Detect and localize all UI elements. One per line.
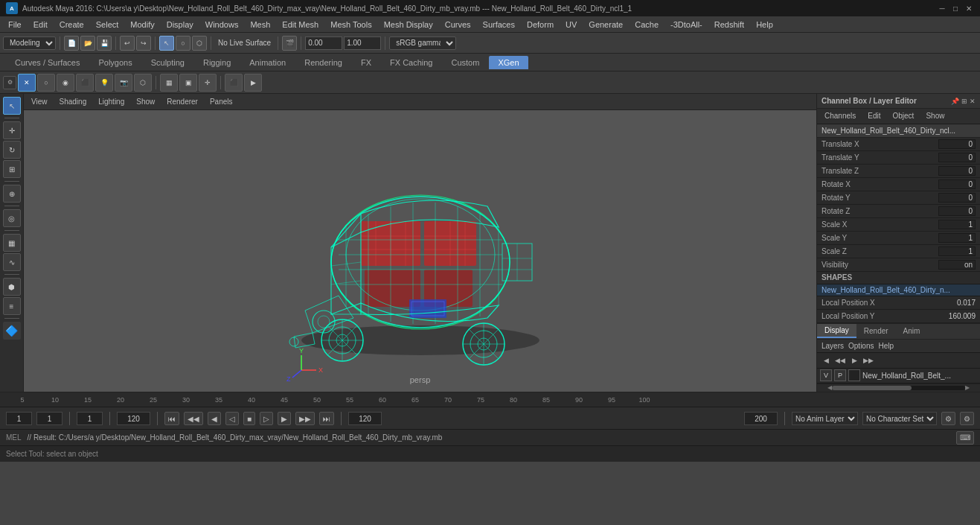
char-set-dropdown[interactable]: No Character Set — [862, 412, 937, 425]
layer-move-button[interactable]: ▶ — [848, 354, 860, 366]
menu-item-edit[interactable]: Edit — [28, 19, 53, 31]
viewport-canvas[interactable]: X Y Z persp — [24, 110, 816, 392]
layer-visibility-button[interactable]: V — [820, 369, 832, 381]
layer-option-button[interactable]: ◀◀ — [834, 354, 846, 366]
start-frame-input[interactable] — [6, 412, 32, 425]
workflow-tab-fx[interactable]: FX — [352, 56, 380, 69]
layer-btn[interactable]: ≡ — [3, 297, 21, 315]
prev-key-button[interactable]: ◀ — [208, 412, 221, 425]
layer-playback-button[interactable]: P — [834, 369, 846, 381]
scrollbar-thumb[interactable] — [832, 386, 912, 390]
new-layer-button[interactable]: ◀ — [820, 354, 832, 366]
resolution-button[interactable]: ⬛ — [225, 74, 243, 92]
shading-menu[interactable]: Shading — [57, 97, 90, 106]
menu-item-display[interactable]: Display — [161, 19, 199, 31]
menu-item-deform[interactable]: Deform — [522, 19, 559, 31]
menu-item-generate[interactable]: Generate — [583, 19, 628, 31]
char-set-options[interactable]: ⚙ — [941, 412, 955, 425]
menu-item-modify[interactable]: Modify — [125, 19, 159, 31]
object-button[interactable]: Object — [890, 111, 917, 121]
lighting-menu[interactable]: Lighting — [95, 97, 127, 106]
channel-value[interactable]: 0 — [938, 139, 976, 149]
menu-item-redshift[interactable]: Redshift — [709, 19, 749, 31]
workflow-tab-curves---surfaces[interactable]: Curves / Surfaces — [6, 56, 89, 69]
playback-end-input[interactable] — [348, 412, 382, 425]
channel-value[interactable]: 0 — [938, 179, 976, 189]
menu-item-help[interactable]: Help — [751, 19, 778, 31]
menu-item-curves[interactable]: Curves — [440, 19, 476, 31]
universal-manip[interactable]: ⊕ — [3, 185, 21, 203]
channel-value[interactable]: 1 — [938, 233, 976, 243]
navigate-btn[interactable]: 🔷 — [3, 322, 21, 340]
scrollbar-track[interactable] — [832, 386, 965, 390]
frame-input[interactable] — [77, 412, 103, 425]
layer-delete-button[interactable]: ▶▶ — [862, 354, 874, 366]
isolate-button[interactable]: ⬡ — [134, 74, 152, 92]
menu-item-mesh[interactable]: Mesh — [245, 19, 275, 31]
menu-item-surfaces[interactable]: Surfaces — [478, 19, 520, 31]
maximize-button[interactable]: □ — [950, 3, 961, 13]
snap-curve[interactable]: ∿ — [3, 253, 21, 271]
menu-item-create[interactable]: Create — [54, 19, 89, 31]
workflow-tab-xgen[interactable]: XGen — [489, 56, 528, 69]
light-button[interactable]: 💡 — [95, 74, 113, 92]
workflow-tab-polygons[interactable]: Polygons — [89, 56, 141, 69]
panel-expand-button[interactable]: ⊞ — [961, 98, 967, 105]
save-file-button[interactable]: 💾 — [97, 36, 112, 51]
script-editor-button[interactable]: ⌨ — [956, 431, 974, 445]
channel-value[interactable]: 1 — [938, 246, 976, 256]
translate-x-input[interactable] — [305, 36, 342, 50]
camera-button[interactable]: 📷 — [115, 74, 132, 92]
shaded-button[interactable]: ◉ — [57, 74, 74, 92]
anim-options[interactable]: ⚙ — [960, 412, 974, 425]
settings-button[interactable]: ⚙ — [3, 76, 16, 89]
snap-grid[interactable]: ▦ — [3, 234, 21, 252]
minimize-button[interactable]: ─ — [937, 3, 947, 13]
workflow-tab-rendering[interactable]: Rendering — [295, 56, 351, 69]
dra-tab-render[interactable]: Render — [856, 325, 896, 337]
channel-value[interactable]: 1 — [938, 220, 976, 229]
show-button[interactable]: Show — [923, 111, 947, 121]
open-file-button[interactable]: 📂 — [80, 36, 95, 51]
play-back-button[interactable]: ◁ — [225, 412, 239, 425]
dra-tab-display[interactable]: Display — [817, 324, 856, 338]
prev-frame-button[interactable]: ◀◀ — [184, 412, 203, 425]
view-menu[interactable]: View — [28, 97, 51, 106]
move-tool[interactable]: ✛ — [3, 121, 21, 139]
panel-close-button[interactable]: ✕ — [970, 98, 976, 105]
channel-value[interactable]: 0 — [938, 193, 976, 203]
next-frame-button[interactable]: ▶▶ — [295, 412, 315, 425]
play-forward-button[interactable]: ▷ — [260, 412, 273, 425]
origin-button[interactable]: ✛ — [199, 74, 217, 92]
scale-tool[interactable]: ⊞ — [3, 160, 21, 178]
rotate-tool[interactable]: ↻ — [3, 141, 21, 159]
paint-select-button[interactable]: ⬡ — [192, 36, 207, 51]
select-tool[interactable]: ↖ — [3, 97, 21, 115]
current-frame-input[interactable] — [36, 412, 63, 425]
new-file-button[interactable]: 📄 — [64, 36, 79, 51]
redo-button[interactable]: ↪ — [136, 36, 151, 51]
panel-pin-button[interactable]: 📌 — [951, 98, 959, 105]
workflow-tab-animation[interactable]: Animation — [240, 56, 295, 69]
render-button[interactable]: 🎬 — [282, 36, 297, 51]
last-frame-button[interactable]: ⏭ — [319, 412, 334, 425]
wireframe-button[interactable]: ○ — [37, 74, 55, 92]
stop-button[interactable]: ■ — [243, 412, 255, 425]
workflow-tab-sculpting[interactable]: Sculpting — [142, 56, 193, 69]
channel-value[interactable]: 0 — [938, 206, 976, 216]
channel-value[interactable]: on — [938, 260, 976, 270]
first-frame-button[interactable]: ⏮ — [164, 412, 179, 425]
options-button[interactable]: Options — [848, 342, 874, 350]
undo-button[interactable]: ↩ — [120, 36, 135, 51]
translate-y-input[interactable] — [344, 36, 381, 50]
edit-button[interactable]: Edit — [865, 111, 883, 121]
channel-value[interactable]: 0 — [938, 153, 976, 162]
next-key-button[interactable]: ▶ — [278, 412, 291, 425]
texture-button[interactable]: ⬛ — [76, 74, 94, 92]
select-tool-button[interactable]: ↖ — [159, 36, 174, 51]
anim-layer-dropdown[interactable]: No Anim Layer — [792, 412, 858, 425]
lasso-tool-button[interactable]: ○ — [176, 36, 190, 51]
menu-item-cache[interactable]: Cache — [630, 19, 664, 31]
workflow-tab-rigging[interactable]: Rigging — [194, 56, 240, 69]
show-menu[interactable]: Show — [133, 97, 158, 106]
